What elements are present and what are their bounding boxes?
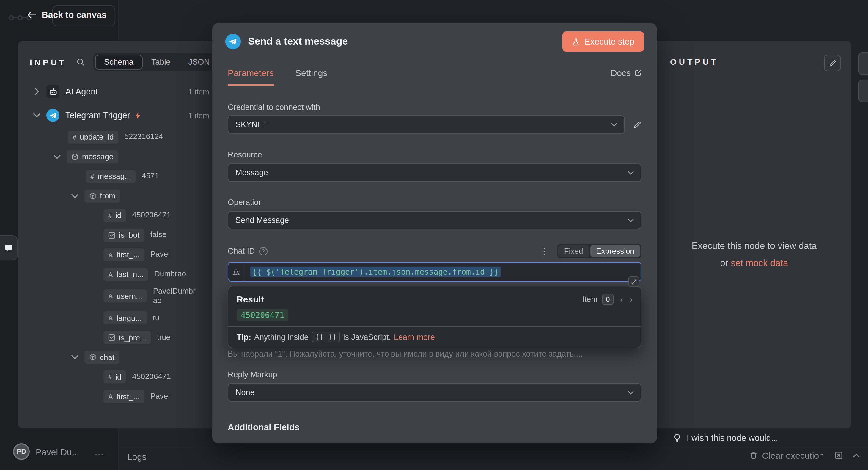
robot-icon <box>46 85 59 98</box>
output-panel-title: OUTPUT <box>670 57 718 67</box>
item-count: 1 item <box>188 111 209 120</box>
node-detail-modal: Send a text message Execute step Paramet… <box>212 23 657 443</box>
docs-link[interactable]: Docs <box>611 60 642 86</box>
learn-more-link[interactable]: Learn more <box>394 332 435 341</box>
credential-select[interactable]: SKYNET <box>228 115 625 134</box>
schema-key: id <box>115 372 121 381</box>
user-menu[interactable]: PD Pavel Du... ... <box>13 443 104 460</box>
result-value: 450206471 <box>237 309 288 321</box>
schema-key-pill[interactable]: A first_... <box>103 390 145 403</box>
prev-item-button[interactable]: ‹ <box>620 294 623 304</box>
chevron-icon[interactable] <box>32 112 42 119</box>
tab-table[interactable]: Table <box>143 55 180 69</box>
edit-output-button[interactable] <box>824 55 841 71</box>
reply-markup-select[interactable]: None <box>228 383 642 402</box>
schema-key: chat <box>100 352 115 362</box>
schema-field-row[interactable]: is_pre... true <box>18 328 216 347</box>
schema-field-row[interactable]: from <box>18 186 216 206</box>
pop-out-icon[interactable] <box>835 451 842 459</box>
schema-key: is_bot <box>119 231 140 239</box>
user-menu-dots[interactable]: ... <box>95 446 104 457</box>
docs-label: Docs <box>611 68 631 78</box>
schema-field-row[interactable]: # id 450206471 <box>18 367 216 387</box>
schema-field-row[interactable]: is_bot false <box>18 225 216 245</box>
chevron-up-icon[interactable] <box>853 454 860 458</box>
tab-parameters[interactable]: Parameters <box>228 60 274 86</box>
expression-text[interactable]: {{ $('Telegram Trigger').item.json.messa… <box>250 267 501 277</box>
tab-settings[interactable]: Settings <box>295 60 327 86</box>
schema-node-row[interactable]: Telegram Trigger 1 item <box>18 103 216 127</box>
chat-id-expression-input[interactable]: fx {{ $('Telegram Trigger').item.json.me… <box>228 262 642 282</box>
schema-key-pill[interactable]: A langu... <box>103 311 147 325</box>
schema-field-row[interactable]: # id 450206471 <box>18 206 216 225</box>
execute-step-button[interactable]: Execute step <box>562 32 644 52</box>
schema-key-pill[interactable]: chat <box>85 350 119 364</box>
schema-key-pill[interactable]: A usern... <box>103 290 147 303</box>
kebab-menu-icon[interactable]: ⋮ <box>540 246 549 257</box>
chevron-down-icon <box>628 391 634 394</box>
schema-field-row[interactable]: # update_id 522316124 <box>18 127 216 147</box>
chevron-icon[interactable] <box>32 88 42 95</box>
fixed-expression-toggle: Fixed Expression <box>557 244 642 259</box>
back-to-canvas-label: Back to canvas <box>42 9 106 20</box>
chevron-icon[interactable] <box>70 354 80 361</box>
schema-key-pill[interactable]: # messag... <box>86 170 136 183</box>
schema-field-row[interactable]: A last_n... Dumbrao <box>18 264 216 284</box>
credential-value: SKYNET <box>236 120 268 129</box>
schema-field-row[interactable]: chat <box>18 347 216 367</box>
schema-key-pill[interactable]: from <box>85 189 120 202</box>
operation-select[interactable]: Send Message <box>228 211 642 229</box>
back-to-canvas-button[interactable]: Back to canvas <box>27 9 106 20</box>
schema-key-pill[interactable]: A last_n... <box>103 268 148 281</box>
schema-key-pill[interactable]: # id <box>103 370 126 383</box>
next-item-button[interactable]: › <box>629 294 632 304</box>
schema-key-pill[interactable]: # id <box>103 209 126 222</box>
footer-divider <box>119 447 868 447</box>
help-icon[interactable]: ? <box>259 247 268 255</box>
schema-key: message <box>82 152 114 161</box>
input-panel-title: INPUT <box>30 57 67 67</box>
schema-key-pill[interactable]: is_pre... <box>103 331 151 344</box>
schema-key: first_... <box>117 392 140 401</box>
schema-node-row[interactable]: AI Agent 1 item <box>18 79 216 103</box>
schema-key: messag... <box>97 172 131 181</box>
schema-field-row[interactable]: A usern... PavelDumbrao <box>18 284 216 308</box>
node-feedback-row[interactable]: I wish this node would... <box>673 433 778 443</box>
schema-field-row[interactable]: A first_... Pavel <box>18 387 216 406</box>
user-name: Pavel Du... <box>36 446 80 457</box>
schema-value: 450206471 <box>132 211 204 221</box>
logs-toggle[interactable]: Logs <box>127 451 147 462</box>
schema-value: true <box>157 333 210 342</box>
mode-expression[interactable]: Expression <box>590 245 640 257</box>
set-mock-data-link[interactable]: set mock data <box>731 258 788 268</box>
expand-expression-icon[interactable] <box>628 276 639 287</box>
schema-field-row[interactable]: message <box>18 147 216 166</box>
schema-key-pill[interactable]: message <box>67 150 118 163</box>
schema-value: false <box>150 230 209 240</box>
search-icon[interactable] <box>76 58 85 67</box>
reply-markup-label: Reply Markup <box>228 370 642 379</box>
flask-icon <box>572 38 580 45</box>
schema-field-row[interactable]: A langu... ru <box>18 308 216 328</box>
output-empty-line1: Execute this node to view data <box>657 237 851 255</box>
node-title: Send a text message <box>248 36 348 47</box>
chevron-icon[interactable] <box>52 153 62 160</box>
resource-select[interactable]: Message <box>228 163 642 182</box>
edit-credential-icon[interactable] <box>633 120 642 129</box>
tab-json[interactable]: JSON <box>180 55 216 69</box>
chat-toggle-button[interactable] <box>0 235 18 260</box>
clear-execution-button[interactable]: Clear execution <box>750 450 824 461</box>
collapsed-panel-tab[interactable] <box>859 79 868 102</box>
mode-fixed[interactable]: Fixed <box>558 245 589 257</box>
schema-field-row[interactable]: A first_... Pavel <box>18 245 216 264</box>
schema-key-pill[interactable]: # update_id <box>68 130 119 143</box>
schema-key-pill[interactable]: is_bot <box>103 229 144 241</box>
schema-field-row[interactable]: # messag... 4571 <box>18 166 216 186</box>
fx-icon: fx <box>228 263 244 281</box>
schema-key: from <box>100 191 115 200</box>
chevron-icon[interactable] <box>70 192 80 199</box>
schema-key-pill[interactable]: A first_... <box>103 248 145 261</box>
collapsed-panel-tab[interactable] <box>859 52 868 75</box>
tab-schema[interactable]: Schema <box>95 55 143 69</box>
schema-value: Dumbrao <box>154 269 197 279</box>
